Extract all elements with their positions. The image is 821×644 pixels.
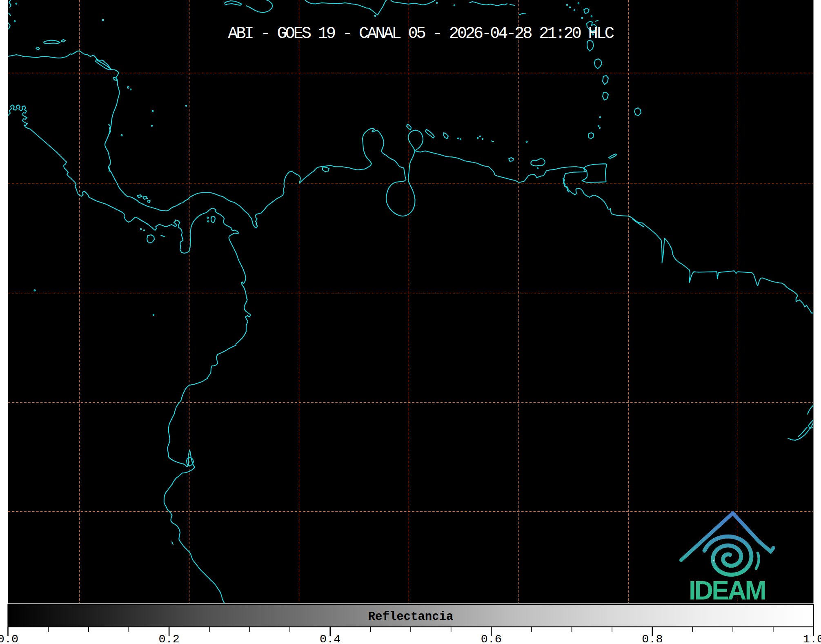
svg-text:0.0: 0.0 [0, 633, 18, 644]
svg-text:0.2: 0.2 [158, 633, 179, 644]
svg-text:1.0: 1.0 [803, 633, 821, 644]
svg-text:Reflectancia: Reflectancia [368, 610, 454, 624]
svg-text:0.6: 0.6 [481, 633, 502, 644]
svg-text:0.4: 0.4 [320, 633, 340, 644]
svg-text:ABI - GOES 19 - CANAL 05 - 202: ABI - GOES 19 - CANAL 05 - 2026-04-28 21… [228, 24, 614, 43]
svg-text:IDEAM: IDEAM [689, 576, 765, 605]
svg-text:0.8: 0.8 [642, 633, 663, 644]
